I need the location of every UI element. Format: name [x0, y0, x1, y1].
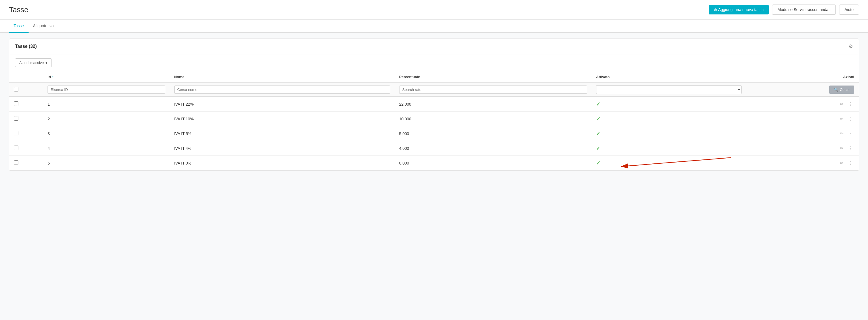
search-icon: 🔍	[834, 88, 838, 92]
row-checkbox-cell	[9, 141, 43, 156]
row-id: 4	[43, 141, 169, 156]
row-nome: IVA IT 5%	[170, 126, 395, 141]
row-attivato: ✓	[592, 141, 746, 156]
filter-search-cell: 🔍 Cerca	[746, 83, 859, 96]
row-checkbox-cell	[9, 112, 43, 126]
more-actions-button[interactable]: ⋮	[847, 130, 854, 137]
more-actions-button[interactable]: ⋮	[847, 160, 854, 166]
col-header-percentuale[interactable]: Percentuale	[395, 71, 592, 83]
row-percentuale: 22.000	[395, 96, 592, 112]
filter-row: Sì No 🔍 Cerca	[9, 83, 859, 96]
more-actions-button[interactable]: ⋮	[847, 101, 854, 107]
row-checkbox[interactable]	[14, 101, 19, 106]
tab-tasse[interactable]: Tasse	[9, 20, 29, 33]
table-row: 1 IVA IT 22% 22.000 ✓ ✏ ⋮	[9, 96, 859, 112]
page-title: Tasse	[9, 5, 28, 14]
row-checkbox[interactable]	[14, 131, 19, 135]
row-checkbox[interactable]	[14, 160, 19, 165]
tabs-bar: Tasse Aliquote Iva	[0, 20, 868, 33]
table-row: 3 IVA IT 5% 5.000 ✓ ✏ ⋮	[9, 126, 859, 141]
row-percentuale: 4.000	[395, 141, 592, 156]
id-search-input[interactable]	[48, 86, 165, 94]
more-actions-button[interactable]: ⋮	[847, 145, 854, 151]
edit-button[interactable]: ✏	[839, 116, 844, 122]
table-wrapper: Id Nome Percentuale Attivato Azioni	[9, 71, 859, 171]
row-azioni: ✏ ⋮	[746, 96, 859, 112]
main-content: Tasse (32) ⚙ Azioni massive ▾ Id Nome	[0, 33, 868, 176]
table-header-row: Id Nome Percentuale Attivato Azioni	[9, 71, 859, 83]
row-nome: IVA IT 0%	[170, 156, 395, 171]
edit-button[interactable]: ✏	[839, 145, 844, 151]
page-header: Tasse ⊕ Aggiungi una nuova tassa Moduli …	[0, 0, 868, 20]
filter-rate-cell	[395, 83, 592, 96]
table-row: 5 IVA IT 0% 0.000 ✓ ✏ ⋮	[9, 156, 859, 171]
help-button[interactable]: Aiuto	[839, 4, 859, 15]
table-row: 2 IVA IT 10% 10.000 ✓ ✏ ⋮	[9, 112, 859, 126]
table-body: 1 IVA IT 22% 22.000 ✓ ✏ ⋮ 2 IVA IT 10% 1…	[9, 96, 859, 171]
table-row: 4 IVA IT 4% 4.000 ✓ ✏ ⋮	[9, 141, 859, 156]
attivato-check-icon: ✓	[596, 116, 600, 122]
row-nome: IVA IT 4%	[170, 141, 395, 156]
tab-aliquote-iva[interactable]: Aliquote Iva	[29, 20, 58, 33]
table-container: Id Nome Percentuale Attivato Azioni	[9, 71, 859, 171]
row-checkbox-cell	[9, 96, 43, 112]
col-header-attivato: Attivato	[592, 71, 746, 83]
row-checkbox-cell	[9, 156, 43, 171]
row-percentuale: 0.000	[395, 156, 592, 171]
row-nome: IVA IT 22%	[170, 96, 395, 112]
col-header-azioni: Azioni	[746, 71, 859, 83]
row-attivato: ✓	[592, 96, 746, 112]
attivato-filter-select[interactable]: Sì No	[596, 85, 742, 94]
header-actions: ⊕ Aggiungi una nuova tassa Moduli e Serv…	[709, 4, 859, 15]
chevron-down-icon: ▾	[45, 61, 48, 65]
edit-button[interactable]: ✏	[839, 160, 844, 166]
row-attivato: ✓	[592, 112, 746, 126]
filter-id-cell	[43, 83, 169, 96]
more-actions-button[interactable]: ⋮	[847, 116, 854, 122]
row-id: 1	[43, 96, 169, 112]
tasse-table: Id Nome Percentuale Attivato Azioni	[9, 71, 859, 171]
row-percentuale: 5.000	[395, 126, 592, 141]
modules-services-button[interactable]: Moduli e Servizi raccomandati	[772, 4, 836, 15]
filter-name-cell	[170, 83, 395, 96]
select-all-checkbox[interactable]	[14, 87, 19, 91]
row-azioni: ✏ ⋮	[746, 112, 859, 126]
search-button[interactable]: 🔍 Cerca	[829, 86, 854, 94]
row-azioni: ✏ ⋮	[746, 126, 859, 141]
row-percentuale: 10.000	[395, 112, 592, 126]
row-checkbox[interactable]	[14, 116, 19, 121]
row-azioni: ✏ ⋮	[746, 141, 859, 156]
row-id: 2	[43, 112, 169, 126]
tasse-card: Tasse (32) ⚙ Azioni massive ▾ Id Nome	[9, 38, 859, 171]
edit-button[interactable]: ✏	[839, 101, 844, 107]
attivato-check-icon: ✓	[596, 160, 600, 166]
col-header-nome[interactable]: Nome	[170, 71, 395, 83]
row-nome: IVA IT 10%	[170, 112, 395, 126]
attivato-check-icon: ✓	[596, 146, 600, 151]
filter-checkbox-cell	[9, 83, 43, 96]
card-title: Tasse (32)	[15, 44, 37, 49]
card-header: Tasse (32) ⚙	[9, 39, 859, 54]
col-header-id[interactable]: Id	[43, 71, 169, 83]
row-id: 3	[43, 126, 169, 141]
attivato-check-icon: ✓	[596, 101, 600, 107]
attivato-check-icon: ✓	[596, 131, 600, 137]
name-search-input[interactable]	[174, 86, 390, 94]
edit-button[interactable]: ✏	[839, 130, 844, 137]
row-id: 5	[43, 156, 169, 171]
add-tax-button[interactable]: ⊕ Aggiungi una nuova tassa	[709, 5, 769, 14]
row-attivato: ✓	[592, 156, 746, 171]
rate-search-input[interactable]	[399, 86, 587, 94]
row-checkbox[interactable]	[14, 146, 19, 150]
bulk-actions-button[interactable]: Azioni massive ▾	[15, 58, 52, 67]
select-all-header	[9, 71, 43, 83]
row-azioni: ✏ ⋮	[746, 156, 859, 171]
settings-icon[interactable]: ⚙	[848, 43, 853, 50]
filter-attivato-cell: Sì No	[592, 83, 746, 96]
row-checkbox-cell	[9, 126, 43, 141]
row-attivato: ✓	[592, 126, 746, 141]
toolbar: Azioni massive ▾	[9, 54, 859, 71]
